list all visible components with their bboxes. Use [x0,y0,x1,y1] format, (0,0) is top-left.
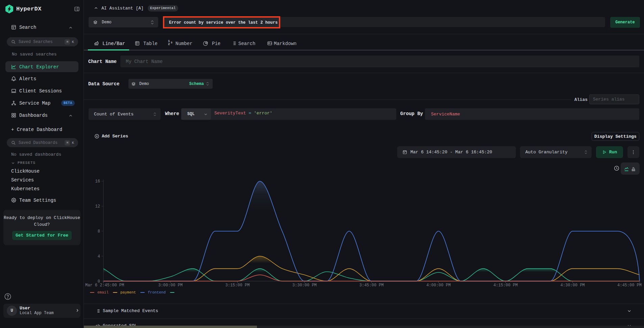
svg-text:4:45:00 PM: 4:45:00 PM [617,283,642,288]
svg-text:3:00:00 PM: 3:00:00 PM [158,283,183,288]
svg-text:8: 8 [98,229,100,234]
svg-text:Mar 6 2:45:00 PM: Mar 6 2:45:00 PM [85,283,124,288]
svg-text:4:00:00 PM: 4:00:00 PM [426,283,451,288]
svg-text:4:30:00 PM: 4:30:00 PM [560,283,585,288]
svg-text:12: 12 [95,204,100,209]
svg-text:3:30:00 PM: 3:30:00 PM [292,283,317,288]
svg-text:4:15:00 PM: 4:15:00 PM [493,283,518,288]
svg-text:3:15:00 PM: 3:15:00 PM [225,283,249,288]
svg-text:3:45:00 PM: 3:45:00 PM [359,283,384,288]
svg-text:4: 4 [98,254,100,259]
svg-text:16: 16 [95,179,100,184]
